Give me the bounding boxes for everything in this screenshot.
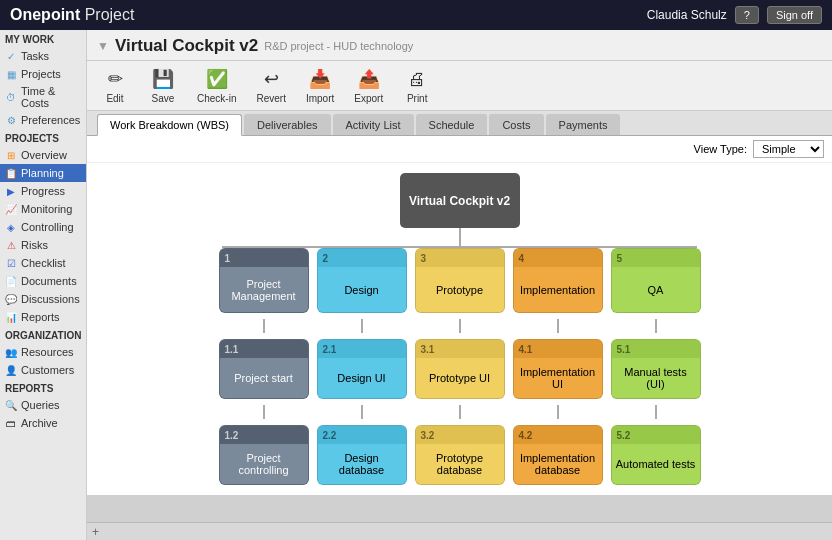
- tab-wbs[interactable]: Work Breakdown (WBS): [97, 114, 242, 136]
- sidebar-nav-documents[interactable]: 📄 Documents: [0, 272, 86, 290]
- checkin-button[interactable]: ✅ Check-in: [191, 65, 242, 106]
- prefs-icon: [4, 113, 18, 127]
- view-type-bar: View Type: Simple Detailed: [87, 136, 832, 163]
- sidebar-nav-checklist[interactable]: Checklist: [0, 254, 86, 272]
- progress-label: Progress: [21, 185, 65, 197]
- print-button[interactable]: 🖨 Print: [397, 65, 437, 106]
- wbs-node-3-1[interactable]: 3.1 Prototype UI: [415, 339, 505, 399]
- expand-button[interactable]: +: [92, 525, 99, 539]
- resources-icon: 👥: [4, 345, 18, 359]
- sidebar-item-customers[interactable]: 👤 Customers: [0, 361, 86, 379]
- reports-section-label: REPORTS: [0, 379, 86, 396]
- app-logo: Onepoint Project: [10, 6, 134, 24]
- tab-payments[interactable]: Payments: [546, 114, 621, 135]
- edit-label: Edit: [106, 93, 123, 104]
- resources-label: Resources: [21, 346, 74, 358]
- monitoring-label: Monitoring: [21, 203, 72, 215]
- wbs-node-2[interactable]: 2 Design: [317, 248, 407, 313]
- tab-bar: Work Breakdown (WBS) Deliverables Activi…: [87, 111, 832, 136]
- tab-activity-list[interactable]: Activity List: [333, 114, 414, 135]
- save-icon: 💾: [149, 67, 177, 91]
- print-icon: 🖨: [403, 67, 431, 91]
- wbs-col-4: 4 Implementation 4.1 Implementation UI 4…: [513, 248, 603, 485]
- wbs-diagram: Virtual Cockpit v2: [87, 163, 832, 495]
- organization-section-label: ORGANIZATION: [0, 326, 86, 343]
- save-button[interactable]: 💾 Save: [143, 65, 183, 106]
- documents-icon: 📄: [4, 274, 18, 288]
- wbs-node-3[interactable]: 3 Prototype: [415, 248, 505, 313]
- sidebar-item-tasks[interactable]: Tasks: [0, 47, 86, 65]
- wbs-scroll-area[interactable]: View Type: Simple Detailed Virtual Cockp…: [87, 136, 832, 522]
- wbs-node-2-2[interactable]: 2.2 Design database: [317, 425, 407, 485]
- wbs-level1: 1 ProjectManagement 1.1 Project start 1.…: [107, 248, 812, 485]
- wbs-node-1-1[interactable]: 1.1 Project start: [219, 339, 309, 399]
- sidebar-item-queries[interactable]: 🔍 Queries: [0, 396, 86, 414]
- checkin-icon: ✅: [203, 67, 231, 91]
- sidebar-nav-planning[interactable]: 📋 Planning: [0, 164, 86, 182]
- customers-label: Customers: [21, 364, 74, 376]
- export-label: Export: [354, 93, 383, 104]
- edit-button[interactable]: ✏ Edit: [95, 65, 135, 106]
- wbs-root-node[interactable]: Virtual Cockpit v2: [400, 173, 520, 228]
- wbs-node-4-1[interactable]: 4.1 Implementation UI: [513, 339, 603, 399]
- sidebar-item-resources[interactable]: 👥 Resources: [0, 343, 86, 361]
- sidebar-nav-overview[interactable]: Overview: [0, 146, 86, 164]
- wbs-col-5: 5 QA 5.1 Manual tests (UI) 5.2 Automated…: [611, 248, 701, 485]
- import-button[interactable]: 📥 Import: [300, 65, 340, 106]
- export-button[interactable]: 📤 Export: [348, 65, 389, 106]
- view-type-select[interactable]: Simple Detailed: [753, 140, 824, 158]
- wbs-col-1: 1 ProjectManagement 1.1 Project start 1.…: [219, 248, 309, 485]
- queries-icon: 🔍: [4, 398, 18, 412]
- checklist-icon: [4, 256, 18, 270]
- wbs-node-1[interactable]: 1 ProjectManagement: [219, 248, 309, 313]
- help-button[interactable]: ?: [735, 6, 759, 24]
- controlling-icon: [4, 220, 18, 234]
- status-bar: +: [87, 522, 832, 540]
- sidebar-nav-controlling[interactable]: Controlling: [0, 218, 86, 236]
- sidebar-item-preferences[interactable]: Preferences: [0, 111, 86, 129]
- archive-label: Archive: [21, 417, 58, 429]
- revert-label: Revert: [256, 93, 285, 104]
- tab-schedule[interactable]: Schedule: [416, 114, 488, 135]
- sidebar-item-projects[interactable]: Projects: [0, 65, 86, 83]
- discussions-label: Discussions: [21, 293, 80, 305]
- projects-section-label: PROJECTS: [0, 129, 86, 146]
- revert-button[interactable]: ↩ Revert: [250, 65, 291, 106]
- print-label: Print: [407, 93, 428, 104]
- tab-deliverables[interactable]: Deliverables: [244, 114, 331, 135]
- sidebar-item-archive[interactable]: 🗃 Archive: [0, 414, 86, 432]
- wbs-node-2-1[interactable]: 2.1 Design UI: [317, 339, 407, 399]
- sidebar-nav-discussions[interactable]: 💬 Discussions: [0, 290, 86, 308]
- monitoring-icon: 📈: [4, 202, 18, 216]
- wbs-node-5[interactable]: 5 QA: [611, 248, 701, 313]
- wbs-node-4-2[interactable]: 4.2 Implementationdatabase: [513, 425, 603, 485]
- wbs-node-1-2[interactable]: 1.2 Project controlling: [219, 425, 309, 485]
- content-area: ▼ Virtual Cockpit v2 R&D project - HUD t…: [87, 30, 832, 540]
- sidebar-nav-reports[interactable]: 📊 Reports: [0, 308, 86, 326]
- documents-label: Documents: [21, 275, 77, 287]
- wbs-node-5-1[interactable]: 5.1 Manual tests (UI): [611, 339, 701, 399]
- wbs-node-5-2[interactable]: 5.2 Automated tests: [611, 425, 701, 485]
- tasks-icon: [4, 49, 18, 63]
- main-area: MY WORK Tasks Projects Time & Costs Pref…: [0, 30, 832, 540]
- app-header: Onepoint Project Claudia Schulz ? Sign o…: [0, 0, 832, 30]
- breadcrumb: ▼: [97, 39, 109, 53]
- sidebar-nav-risks[interactable]: Risks: [0, 236, 86, 254]
- tab-costs[interactable]: Costs: [489, 114, 543, 135]
- wbs-node-3-2[interactable]: 3.2 Prototype database: [415, 425, 505, 485]
- page-title: Virtual Cockpit v2: [115, 36, 258, 56]
- wbs-node-4[interactable]: 4 Implementation: [513, 248, 603, 313]
- signoff-button[interactable]: Sign off: [767, 6, 822, 24]
- sidebar-prefs-label: Preferences: [21, 114, 80, 126]
- wbs-col-3: 3 Prototype 3.1 Prototype UI 3.2 Prototy…: [415, 248, 505, 485]
- risks-icon: [4, 238, 18, 252]
- controlling-label: Controlling: [21, 221, 74, 233]
- save-label: Save: [152, 93, 175, 104]
- sidebar-nav-monitoring[interactable]: 📈 Monitoring: [0, 200, 86, 218]
- my-work-section-label: MY WORK: [0, 30, 86, 47]
- reports-icon: 📊: [4, 310, 18, 324]
- export-icon: 📤: [355, 67, 383, 91]
- sidebar-item-time-costs[interactable]: Time & Costs: [0, 83, 86, 111]
- sidebar-nav-progress[interactable]: Progress: [0, 182, 86, 200]
- sidebar-time-label: Time & Costs: [21, 85, 82, 109]
